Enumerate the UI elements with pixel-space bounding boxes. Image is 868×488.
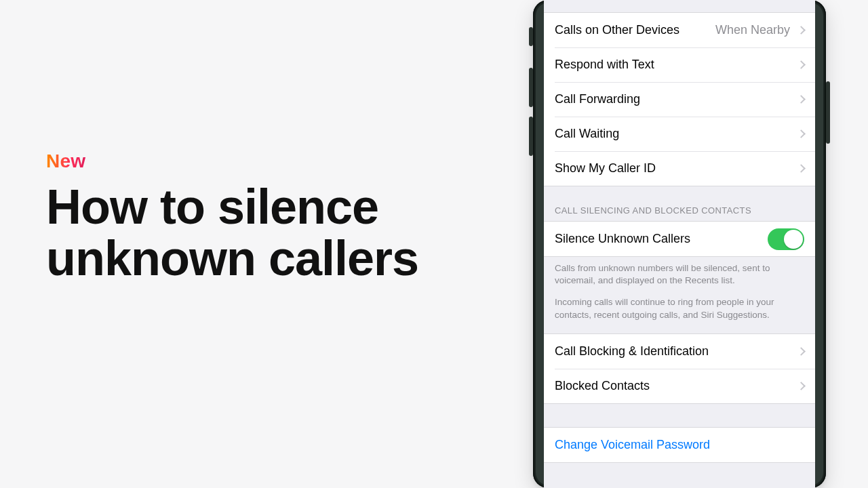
phone-mute-switch bbox=[529, 27, 533, 46]
spacer bbox=[544, 404, 815, 427]
row-change-voicemail-password[interactable]: Change Voicemail Password bbox=[544, 428, 815, 462]
chevron-right-icon bbox=[797, 26, 806, 35]
row-blocked-contacts[interactable]: Blocked Contacts bbox=[544, 369, 815, 403]
phone-screen: Calls on Other Devices When Nearby Respo… bbox=[544, 0, 815, 488]
chevron-right-icon bbox=[797, 95, 806, 104]
hero: New How to silence unknown callers bbox=[46, 150, 467, 284]
row-silence-unknown-callers[interactable]: Silence Unknown Callers bbox=[544, 222, 815, 256]
settings-group-calls: Calls on Other Devices When Nearby Respo… bbox=[544, 13, 815, 186]
hero-title: How to silence unknown callers bbox=[46, 182, 467, 284]
phone-volume-down bbox=[529, 117, 533, 156]
row-call-forwarding[interactable]: Call Forwarding bbox=[544, 82, 815, 117]
phone-side-button bbox=[826, 81, 830, 144]
footer-paragraph: Incoming calls will continue to ring fro… bbox=[555, 296, 804, 321]
chevron-right-icon bbox=[797, 60, 806, 69]
row-label: Calls on Other Devices bbox=[555, 23, 715, 37]
row-calls-other-devices[interactable]: Calls on Other Devices When Nearby bbox=[544, 13, 815, 47]
hero-title-line2: unknown callers bbox=[46, 231, 418, 285]
spacer bbox=[544, 463, 815, 475]
row-call-waiting[interactable]: Call Waiting bbox=[544, 117, 815, 151]
row-label: Show My Caller ID bbox=[555, 161, 794, 176]
phone-volume-up bbox=[529, 68, 533, 107]
row-label: Call Waiting bbox=[555, 127, 794, 141]
row-label: Silence Unknown Callers bbox=[555, 232, 768, 246]
chevron-right-icon bbox=[797, 129, 806, 138]
hero-title-line1: How to silence bbox=[46, 180, 378, 234]
chevron-right-icon bbox=[797, 164, 806, 173]
row-label: Change Voicemail Password bbox=[555, 438, 804, 452]
settings-group-silencing: Silence Unknown Callers bbox=[544, 222, 815, 256]
row-call-blocking-identification[interactable]: Call Blocking & Identification bbox=[544, 334, 815, 369]
settings-group-blocking: Call Blocking & Identification Blocked C… bbox=[544, 334, 815, 403]
footer-paragraph: Calls from unknown numbers will be silen… bbox=[555, 262, 804, 287]
chevron-right-icon bbox=[797, 347, 806, 356]
row-label: Call Blocking & Identification bbox=[555, 344, 794, 359]
toggle-silence-unknown[interactable] bbox=[768, 228, 804, 250]
phone: Calls on Other Devices When Nearby Respo… bbox=[533, 0, 826, 488]
row-label: Blocked Contacts bbox=[555, 379, 794, 393]
section-header-silencing: CALL SILENCING AND BLOCKED CONTACTS bbox=[544, 186, 815, 221]
hero-badge: New bbox=[46, 150, 85, 172]
settings-group-voicemail: Change Voicemail Password bbox=[544, 428, 815, 462]
row-respond-with-text[interactable]: Respond with Text bbox=[544, 47, 815, 82]
row-label: Respond with Text bbox=[555, 58, 794, 72]
chevron-right-icon bbox=[797, 382, 806, 390]
row-value: When Nearby bbox=[715, 23, 790, 37]
row-label: Call Forwarding bbox=[555, 92, 794, 106]
section-footer-silencing: Calls from unknown numbers will be silen… bbox=[544, 257, 815, 333]
row-show-caller-id[interactable]: Show My Caller ID bbox=[544, 151, 815, 186]
spacer bbox=[544, 0, 815, 12]
